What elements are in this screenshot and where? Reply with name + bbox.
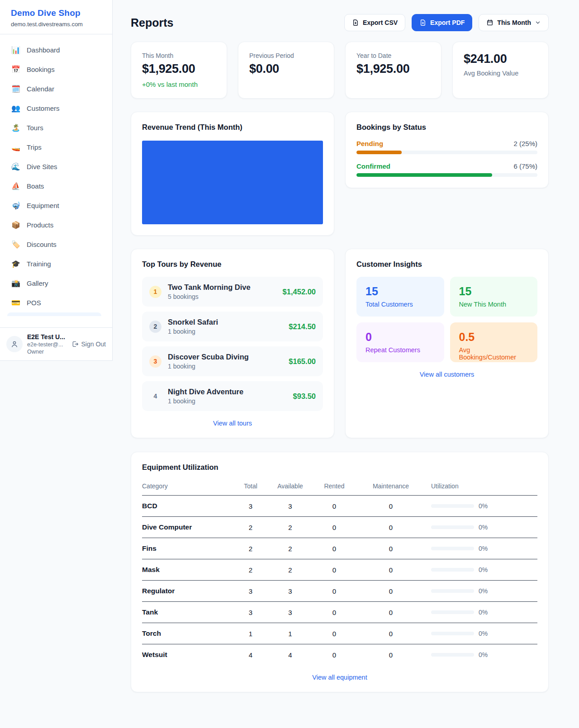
cell-rented: 0 <box>312 581 357 602</box>
utilization-bar-track <box>431 589 474 593</box>
sidebar-item-trips[interactable]: 🚤 Trips <box>6 137 106 157</box>
status-bar-fill <box>356 173 492 177</box>
status-bar-fill <box>356 151 402 154</box>
header-actions: Export CSV Export PDF This Month <box>344 14 549 31</box>
export-pdf-button[interactable]: Export PDF <box>412 14 472 31</box>
sidebar-item-label: Bookings <box>27 66 55 73</box>
sidebar-item-equipment[interactable]: 🤿 Equipment <box>6 196 106 215</box>
stat-card-avg-booking-value: $241.00 Avg Booking Value <box>452 42 549 99</box>
cell-utilization: 0% <box>425 623 537 644</box>
export-pdf-label: Export PDF <box>430 19 465 26</box>
sidebar-item-calendar[interactable]: 🗓️ Calendar <box>6 79 106 99</box>
sidebar-item-training[interactable]: 🎓 Training <box>6 254 106 274</box>
table-row: Regulator 3 3 0 0 0% <box>142 581 537 602</box>
bookings-icon: 📅 <box>11 65 21 74</box>
tile-value: 0 <box>365 331 435 344</box>
utilization-percent: 0% <box>479 545 488 552</box>
sidebar-item-boats[interactable]: ⛵ Boats <box>6 176 106 196</box>
sidebar-item-products[interactable]: 📦 Products <box>6 215 106 235</box>
cell-utilization: 0% <box>425 581 537 602</box>
export-csv-label: Export CSV <box>363 19 398 26</box>
cell-category: Dive Computer <box>142 517 233 538</box>
products-icon: 📦 <box>11 221 21 229</box>
view-all-tours-link[interactable]: View all tours <box>142 420 323 427</box>
cell-maintenance: 0 <box>357 602 425 623</box>
gallery-icon: 📸 <box>11 279 21 288</box>
tile-repeat-customers: 0 Repeat Customers <box>356 322 444 362</box>
sidebar-item-dashboard[interactable]: 📊 Dashboard <box>6 40 106 60</box>
table-row: Tank 3 3 0 0 0% <box>142 602 537 623</box>
sign-out-button[interactable]: Sign Out <box>71 340 106 348</box>
sidebar-nav: 📊 Dashboard 📅 Bookings 🗓️ Calendar 👥 Cus… <box>0 34 112 327</box>
bookings-by-status-card: Bookings by Status Pending 2 (25%) Confi… <box>345 112 549 188</box>
page-title: Reports <box>131 16 173 29</box>
utilization-percent: 0% <box>479 502 488 510</box>
tour-bookings: 1 booking <box>168 397 287 405</box>
tour-bookings: 1 booking <box>168 363 282 370</box>
sign-out-icon <box>71 340 79 348</box>
cell-rented: 0 <box>312 602 357 623</box>
sidebar-item-bookings[interactable]: 📅 Bookings <box>6 60 106 79</box>
customer-insights-card: Customer Insights 15 Total Customers 15 … <box>345 249 549 438</box>
tile-new-this-month: 15 New This Month <box>450 277 538 317</box>
bookings-by-status-title: Bookings by Status <box>356 123 537 132</box>
boats-icon: ⛵ <box>11 182 21 190</box>
stat-trend-note: +0% vs last month <box>142 80 216 88</box>
sidebar-item-label: Discounts <box>27 241 57 248</box>
view-all-customers-link[interactable]: View all customers <box>356 371 537 378</box>
chevron-down-icon <box>535 19 541 26</box>
export-csv-button[interactable]: Export CSV <box>344 14 405 31</box>
cell-utilization: 0% <box>425 496 537 517</box>
tile-label: New This Month <box>459 301 529 308</box>
cell-total: 3 <box>233 581 269 602</box>
sidebar-item-label: Dashboard <box>27 46 60 54</box>
equipment-utilization-title: Equipment Utilization <box>142 463 537 472</box>
utilization-bar-track <box>431 632 474 635</box>
sidebar-item-active-partial[interactable] <box>7 312 101 316</box>
sidebar-item-dive-sites[interactable]: 🌊 Dive Sites <box>6 157 106 176</box>
view-all-equipment-link[interactable]: View all equipment <box>142 674 537 681</box>
customers-icon: 👥 <box>11 104 21 113</box>
status-count: 6 (75%) <box>513 162 537 170</box>
cell-utilization: 0% <box>425 602 537 623</box>
status-row-confirmed: Confirmed 6 (75%) <box>356 162 537 177</box>
sidebar-item-gallery[interactable]: 📸 Gallery <box>6 274 106 293</box>
cell-total: 4 <box>233 644 269 666</box>
stat-value: $1,925.00 <box>356 62 430 76</box>
equipment-header-row: Category Total Available Rented Maintena… <box>142 479 537 496</box>
sidebar-item-label: Tours <box>27 124 43 132</box>
cell-utilization: 0% <box>425 538 537 559</box>
tile-value: 0.5 <box>459 331 529 344</box>
cell-available: 3 <box>269 496 312 517</box>
utilization-percent: 0% <box>479 524 488 531</box>
tour-bookings: 1 booking <box>168 328 282 335</box>
utilization-percent: 0% <box>479 609 488 616</box>
cell-available: 3 <box>269 602 312 623</box>
sign-out-label: Sign Out <box>81 340 106 348</box>
utilization-bar-track <box>431 547 474 550</box>
utilization-percent: 0% <box>479 587 488 595</box>
sidebar-item-customers[interactable]: 👥 Customers <box>6 99 106 118</box>
customer-insights-title: Customer Insights <box>356 260 537 269</box>
tour-revenue: $165.00 <box>289 357 316 366</box>
cell-rented: 0 <box>312 517 357 538</box>
tour-row: 3 Discover Scuba Diving 1 booking $165.0… <box>142 346 323 376</box>
sidebar-item-tours[interactable]: 🏝️ Tours <box>6 118 106 137</box>
tile-label: Total Customers <box>365 301 435 308</box>
sidebar-item-discounts[interactable]: 🏷️ Discounts <box>6 235 106 254</box>
cell-category: Tank <box>142 602 233 623</box>
discounts-icon: 🏷️ <box>11 240 21 249</box>
sidebar-item-label: Boats <box>27 182 44 190</box>
equipment-utilization-card: Equipment Utilization Category Total Ava… <box>131 452 549 692</box>
revenue-trend-chart <box>142 141 323 224</box>
table-row: Mask 2 2 0 0 0% <box>142 559 537 581</box>
period-dropdown[interactable]: This Month <box>479 14 549 31</box>
cell-utilization: 0% <box>425 644 537 666</box>
tour-name: Two Tank Morning Dive <box>168 283 276 292</box>
column-header-total: Total <box>233 479 269 496</box>
sidebar-item-pos[interactable]: 💳 POS <box>6 293 106 312</box>
rank-badge: 1 <box>149 286 161 298</box>
sidebar-item-label: Dive Sites <box>27 163 57 170</box>
cell-rented: 0 <box>312 559 357 581</box>
tour-bookings: 5 bookings <box>168 293 276 300</box>
